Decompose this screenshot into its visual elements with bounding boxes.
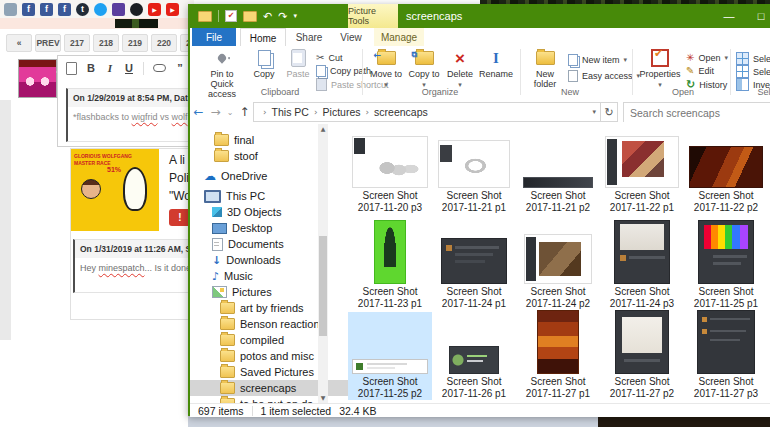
- move-to-button[interactable]: ← Move to ▾: [368, 48, 404, 90]
- file-item[interactable]: Screen Shot2017-11-25 p1: [684, 222, 768, 310]
- properties-check-icon[interactable]: ✔: [225, 10, 237, 22]
- copy-icon: [258, 50, 271, 66]
- copy-to-button[interactable]: ⧉ Copy to ▾: [406, 48, 442, 90]
- tab-manage[interactable]: Manage: [374, 28, 424, 46]
- scroll-down-icon[interactable]: ▼: [318, 393, 328, 403]
- copy-button[interactable]: Copy: [248, 48, 280, 79]
- folder-icon[interactable]: [198, 11, 212, 22]
- tab-home[interactable]: Home: [240, 28, 286, 47]
- comic-percent: 51%: [107, 167, 121, 173]
- breadcrumb-screencaps[interactable]: screencaps: [374, 106, 428, 118]
- search-input[interactable]: [624, 104, 770, 122]
- breadcrumb-this-pc[interactable]: This PC: [272, 106, 309, 118]
- sidebar-item-onedrive[interactable]: ☁OneDrive: [190, 168, 332, 184]
- title-bar[interactable]: ✔ ↶ ↷ ▾ Picture Tools screencaps — □: [190, 4, 770, 28]
- file-item-selected[interactable]: Screen Shot2017-11-25 p2: [348, 312, 432, 400]
- back-button[interactable]: ←: [190, 105, 207, 119]
- youtube-icon[interactable]: ▶: [166, 3, 179, 16]
- properties-icon: [651, 49, 669, 67]
- 3d-cube-icon: [212, 207, 222, 217]
- youtube-icon[interactable]: ▶: [148, 3, 161, 16]
- maximize-button[interactable]: □: [746, 4, 770, 28]
- chevron-icon: ›: [314, 107, 318, 117]
- properties-button[interactable]: Properties ▾: [638, 48, 682, 90]
- picture-tools-contextual-tab[interactable]: Picture Tools: [348, 4, 398, 28]
- folder-icon: [220, 382, 235, 394]
- edit-button[interactable]: ✎Edit: [686, 65, 714, 76]
- file-item[interactable]: Screen Shot2017-11-27 p1: [516, 312, 600, 400]
- file-item[interactable]: Screen Shot2017-11-24 p1: [432, 222, 516, 310]
- scroll-up-icon[interactable]: ▲: [318, 124, 328, 134]
- tab-file[interactable]: File: [192, 28, 236, 46]
- rename-button[interactable]: I Rename: [478, 48, 514, 79]
- minimize-button[interactable]: —: [714, 4, 744, 28]
- address-dropdown-caret[interactable]: ▾: [592, 108, 596, 116]
- file-item[interactable]: Screen Shot2017-11-20 p3: [348, 130, 432, 214]
- file-item[interactable]: Screen Shot2017-11-27 p3: [684, 312, 768, 400]
- source-icon[interactable]: [66, 62, 77, 75]
- sidebar-item-this-pc[interactable]: This PC: [190, 188, 332, 204]
- reply-editor[interactable]: B I U ” < On 1/29/2019 at 8:54 PM, DatSh…: [57, 55, 199, 147]
- tab-view[interactable]: View: [332, 28, 370, 46]
- page-number-button[interactable]: 218: [93, 34, 119, 52]
- toolbar-divider: [143, 62, 144, 75]
- file-item[interactable]: Screen Shot2017-11-22 p2: [684, 130, 768, 214]
- file-item[interactable]: Screen Shot2017-11-21 p2: [516, 130, 600, 214]
- file-item[interactable]: Screen Shot2017-11-21 p1: [432, 130, 516, 214]
- selection-size: 32.4 KB: [339, 405, 376, 417]
- link-button[interactable]: [153, 64, 166, 72]
- user-avatar[interactable]: [18, 59, 57, 98]
- forward-button[interactable]: →: [207, 105, 224, 119]
- facebook-icon[interactable]: f: [58, 3, 71, 16]
- underline-button[interactable]: U: [124, 62, 134, 74]
- easy-access-button[interactable]: Easy access ▾: [568, 70, 640, 82]
- file-item[interactable]: Screen Shot2017-11-27 p2: [600, 312, 684, 400]
- tumblr-icon[interactable]: t: [76, 3, 89, 16]
- facebook-icon[interactable]: f: [22, 3, 35, 16]
- comic-character: [123, 167, 147, 211]
- new-item-button[interactable]: New item ▾: [568, 54, 627, 66]
- page-number-button[interactable]: 220: [151, 34, 177, 52]
- customize-qat-caret-icon[interactable]: ▾: [293, 12, 297, 20]
- file-thumbnail: [438, 140, 510, 188]
- scrollbar-thumb[interactable]: [319, 236, 327, 336]
- bold-button[interactable]: B: [86, 62, 96, 74]
- undo-icon[interactable]: ↶: [263, 10, 272, 23]
- post-image-comic[interactable]: GLORIOUS WOLFGANG MASTER RACE 51%: [71, 149, 159, 231]
- facebook-icon[interactable]: f: [40, 3, 53, 16]
- delete-button[interactable]: × Delete ▾: [444, 48, 476, 90]
- open-button[interactable]: ✳Open ▾: [686, 52, 728, 63]
- page-number-button[interactable]: 219: [122, 34, 148, 52]
- cut-button[interactable]: ✂Cut: [316, 52, 342, 63]
- redo-icon[interactable]: ↷: [278, 10, 287, 23]
- breadcrumb-pictures[interactable]: Pictures: [323, 106, 361, 118]
- twitter-icon[interactable]: [94, 3, 107, 16]
- file-item[interactable]: Screen Shot2017-11-24 p3: [600, 222, 684, 310]
- quote-button[interactable]: ”: [175, 62, 185, 74]
- refresh-button[interactable]: ↻: [601, 102, 618, 122]
- breadcrumb[interactable]: › This PC › Pictures › screencaps ▾: [253, 102, 601, 122]
- file-item[interactable]: Screen Shot2017-11-24 p2: [516, 222, 600, 310]
- tab-share[interactable]: Share: [288, 28, 330, 46]
- italic-button[interactable]: I: [105, 62, 115, 74]
- quote-citation[interactable]: On 1/31/2019 at 11:26 AM, Szczu: [75, 240, 201, 258]
- dark-site-icon[interactable]: [130, 3, 143, 16]
- recent-locations-caret[interactable]: ⌄: [224, 108, 236, 117]
- page-header-strip: [0, 18, 190, 29]
- new-folder-button[interactable]: New folder: [526, 48, 564, 89]
- favicon-site[interactable]: [4, 3, 17, 16]
- new-folder-icon[interactable]: [243, 11, 257, 22]
- page-prev-button[interactable]: PREV: [35, 34, 61, 52]
- select-all-button[interactable]: Select all: [736, 52, 770, 65]
- file-item[interactable]: Screen Shot2017-11-22 p1: [600, 130, 684, 214]
- new-folder-icon: [536, 51, 555, 65]
- purple-site-icon[interactable]: [112, 3, 125, 16]
- file-item[interactable]: Screen Shot2017-11-26 p1: [432, 312, 516, 400]
- up-button[interactable]: ↑: [236, 105, 253, 119]
- page-first-button[interactable]: «: [6, 34, 32, 52]
- file-item[interactable]: Screen Shot2017-11-23 p1: [348, 222, 432, 310]
- paste-button[interactable]: Paste: [282, 48, 314, 79]
- page-number-button[interactable]: 217: [64, 34, 90, 52]
- select-none-button[interactable]: Select none: [736, 65, 770, 78]
- divider: [252, 406, 253, 416]
